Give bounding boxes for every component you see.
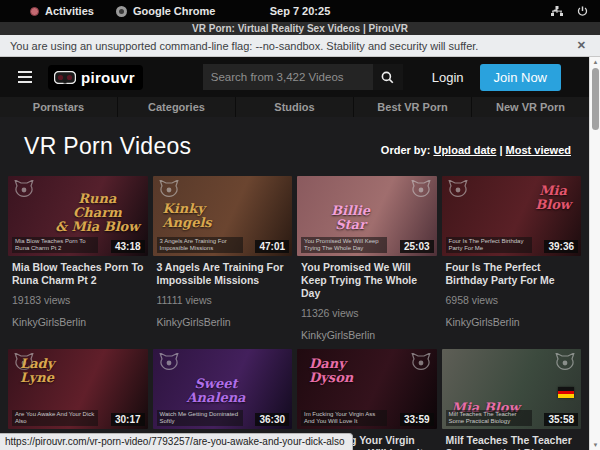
duration-badge: 35:58 [544, 413, 578, 426]
window-title: VR Porn: Virtual Reality Sex Videos | Pi… [0, 22, 600, 35]
video-thumbnail[interactable]: Dany Dyson Im Fucking Your Virgin Ass An… [297, 349, 437, 429]
video-thumbnail[interactable]: Kinky Angels 3 Angels Are Training For I… [153, 176, 293, 256]
video-thumbnail[interactable]: Sweet Analena Watch Me Getting Dominated… [153, 349, 293, 429]
video-thumbnail[interactable]: Mia Blow Four Is The Perfect Birthday Pa… [442, 176, 582, 256]
scroll-down-icon[interactable]: ▼ [590, 440, 600, 450]
video-grid: Runa Charm & Mia Blow Mia Blow Teaches P… [0, 174, 589, 450]
thumbnail-caption: Milf Teaches The Teacher Some Practical … [446, 410, 532, 426]
video-thumbnail[interactable]: Runa Charm & Mia Blow Mia Blow Teaches P… [8, 176, 148, 256]
video-card: Mia Blow Four Is The Perfect Birthday Pa… [442, 176, 582, 341]
power-icon[interactable] [577, 6, 588, 17]
order-separator: | [499, 144, 502, 156]
cat-logo-watermark-icon [411, 180, 431, 198]
order-most-viewed-link[interactable]: Most viewed [506, 144, 571, 156]
scrollbar-thumb[interactable] [592, 68, 599, 130]
video-channel-link[interactable]: KinkyGirlsBerlin [446, 316, 578, 328]
order-by-label: Order by: [381, 144, 431, 156]
duration-badge: 25:03 [400, 240, 434, 253]
video-views: 6958 views [446, 294, 578, 306]
duration-badge: 33:59 [400, 413, 434, 426]
video-title[interactable]: You Promised We Will Keep Trying The Who… [301, 261, 433, 300]
cat-logo-watermark-icon [159, 353, 179, 371]
search-button[interactable] [373, 64, 403, 90]
thumbnail-performer-name: Sweet Analena [187, 377, 246, 405]
page-head: VR Porn Videos Order by: Upload date | M… [0, 117, 589, 174]
thumbnail-performer-name: Lady Lyne [20, 357, 54, 385]
clock[interactable]: Sep 7 20:25 [0, 5, 600, 17]
video-thumbnail[interactable]: Billie Star You Promised We Will Keep Tr… [297, 176, 437, 256]
thumbnail-caption: Four Is The Perfect Birthday Party For M… [446, 237, 532, 253]
video-channel-link[interactable]: KinkyGirlsBerlin [301, 329, 433, 341]
duration-badge: 47:01 [255, 240, 289, 253]
thumbnail-caption: 3 Angels Are Training For Impossible Mis… [157, 237, 243, 253]
video-channel-link[interactable]: KinkyGirlsBerlin [157, 316, 289, 328]
thumbnail-caption: Im Fucking Your Virgin Ass And You Will … [301, 410, 387, 426]
order-upload-date-link[interactable]: Upload date [433, 144, 496, 156]
nav-item-categories[interactable]: Categories [118, 97, 236, 117]
main-nav: PornstarsCategoriesStudiosBest VR PornNe… [0, 97, 589, 117]
video-views: 11111 views [157, 294, 289, 306]
nav-item-pornstars[interactable]: Pornstars [0, 97, 118, 117]
screen: Activities Google Chrome Sep 7 20:25 VR … [0, 0, 600, 450]
system-bar: Activities Google Chrome Sep 7 20:25 [0, 0, 600, 22]
search-input[interactable] [203, 64, 373, 90]
thumbnail-performer-name: Kinky Angels [163, 202, 212, 230]
cat-logo-watermark-icon [411, 353, 431, 371]
flag-germany-icon [558, 387, 574, 398]
nav-item-studios[interactable]: Studios [236, 97, 354, 117]
nav-item-best-vr-porn[interactable]: Best VR Porn [354, 97, 472, 117]
video-thumbnail[interactable]: Mia Blow Milf Teaches The Teacher Some P… [442, 349, 582, 429]
video-card: Mia Blow Milf Teaches The Teacher Some P… [442, 349, 582, 450]
search-form [203, 64, 403, 90]
site-header: pirouvr Login Join Now [0, 57, 589, 97]
thumbnail-performer-name: Billie Star [331, 204, 370, 232]
video-card: Kinky Angels 3 Angels Are Training For I… [153, 176, 293, 341]
logo-text: pirouvr [81, 69, 135, 86]
chrome-infobar: You are using an unsupported command-lin… [0, 35, 600, 57]
thumbnail-caption: Are You Awake And Your Dick Also [12, 410, 98, 426]
video-channel-link[interactable]: KinkyGirlsBerlin [12, 316, 144, 328]
vr-goggles-icon [54, 71, 76, 84]
search-icon [381, 71, 394, 84]
video-title[interactable]: Milf Teaches The Teacher Some Practical … [446, 434, 578, 450]
video-views: 19183 views [12, 294, 144, 306]
cat-logo-watermark-icon [555, 353, 575, 371]
duration-badge: 36:30 [255, 413, 289, 426]
thumbnail-performer-name: Runa Charm & Mia Blow [55, 192, 139, 234]
video-title[interactable]: Four Is The Perfect Birthday Party For M… [446, 261, 578, 287]
status-url-bubble: https://pirouvr.com/vr-porn-video/779325… [0, 433, 353, 450]
cat-logo-watermark-icon [14, 180, 34, 198]
scrollbar[interactable]: ▲ ▼ [589, 57, 600, 450]
video-views: 11326 views [301, 307, 433, 319]
order-by: Order by: Upload date | Most viewed [381, 144, 571, 160]
infobar-close-icon[interactable]: ✕ [573, 39, 590, 52]
thumbnail-performer-name: Mia Blow [535, 184, 571, 212]
infobar-message: You are using an unsupported command-lin… [10, 40, 478, 52]
video-title[interactable]: 3 Angels Are Training For Impossible Mis… [157, 261, 289, 287]
cat-logo-watermark-icon [448, 180, 468, 198]
thumbnail-performer-name: Dany Dyson [309, 357, 353, 385]
thumbnail-caption: You Promised We Will Keep Trying The Who… [301, 237, 387, 253]
duration-badge: 30:17 [111, 413, 145, 426]
login-link[interactable]: Login [432, 70, 464, 85]
web-page: pirouvr Login Join Now PornstarsCategori… [0, 57, 589, 450]
menu-icon[interactable] [18, 71, 32, 83]
video-card: Billie Star You Promised We Will Keep Tr… [297, 176, 437, 341]
cat-logo-watermark-icon [159, 180, 179, 198]
video-thumbnail[interactable]: Lady Lyne Are You Awake And Your Dick Al… [8, 349, 148, 429]
join-now-button[interactable]: Join Now [480, 64, 561, 91]
video-title[interactable]: Mia Blow Teaches Porn To Runa Charm Pt 2 [12, 261, 144, 287]
network-icon[interactable] [551, 6, 563, 17]
video-card: Runa Charm & Mia Blow Mia Blow Teaches P… [8, 176, 148, 341]
page-title: VR Porn Videos [24, 133, 191, 160]
duration-badge: 39:36 [544, 240, 578, 253]
duration-badge: 43:18 [111, 240, 145, 253]
scroll-up-icon[interactable]: ▲ [590, 57, 600, 67]
site-logo[interactable]: pirouvr [48, 65, 143, 90]
thumbnail-caption: Mia Blow Teaches Porn To Runa Charm Pt 2 [12, 237, 98, 253]
nav-item-new-vr-porn[interactable]: New VR Porn [472, 97, 589, 117]
thumbnail-caption: Watch Me Getting Dominated Softly [157, 410, 243, 426]
